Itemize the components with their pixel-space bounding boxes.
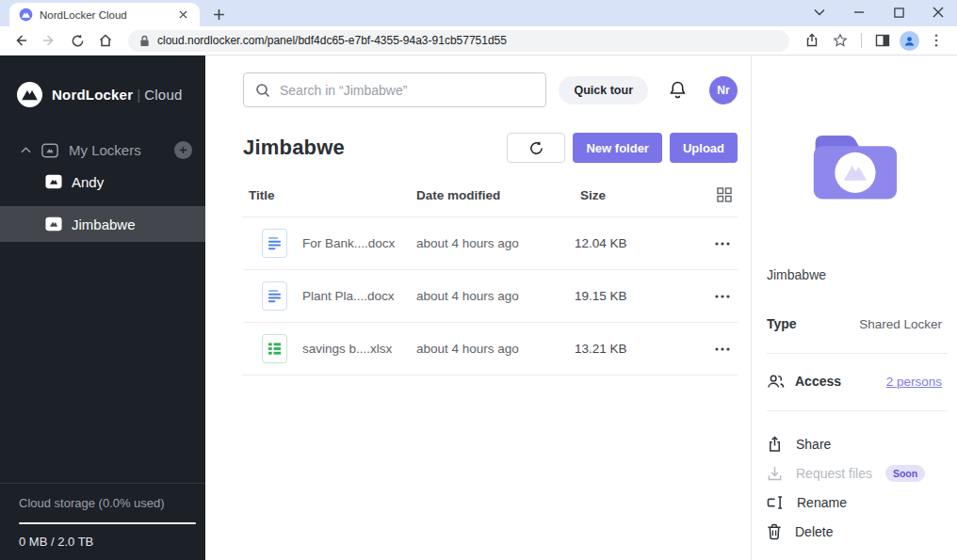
browser-tab[interactable]: NordLocker Cloud [9, 3, 200, 26]
trash-icon [767, 523, 782, 540]
search-input[interactable] [280, 83, 534, 98]
column-size[interactable]: Size [575, 188, 700, 202]
window-maximize-icon[interactable] [889, 3, 908, 22]
actions-list: Share Request files Soon Rename [767, 429, 942, 546]
sidebar-item-jimbabwe[interactable]: Jimbabwe [0, 206, 205, 242]
request-files-icon [767, 465, 783, 482]
column-date-modified[interactable]: Date modified [411, 188, 575, 202]
storage-usage: 0 MB / 2.0 TB [19, 535, 205, 560]
title-row: Jimbabwe New folder Upload [243, 133, 738, 163]
share-icon[interactable] [801, 29, 823, 52]
notifications-bell-icon[interactable] [669, 80, 687, 100]
locker-name: Jimbabwe [72, 216, 136, 232]
cloud-storage-section: Cloud storage (0.0% used) 0 MB / 2.0 TB [0, 483, 205, 560]
table-row[interactable]: Plant Pla....docx about 4 hours ago 19.1… [243, 270, 738, 323]
new-folder-button[interactable]: New folder [573, 133, 661, 163]
rename-action[interactable]: Rename [767, 488, 942, 517]
delete-action[interactable]: Delete [767, 517, 942, 546]
column-title[interactable]: Title [243, 188, 411, 202]
url-bar[interactable]: cloud.nordlocker.com/panel/bdf4dc65-e7bf… [128, 30, 789, 52]
locker-name-label: Jimbabwe [767, 267, 942, 282]
sidebar: NordLocker|Cloud My Lockers Andy [0, 56, 205, 560]
locker-icon [45, 216, 62, 232]
storage-label: Cloud storage (0.0% used) [19, 496, 205, 510]
delete-label: Delete [795, 524, 833, 539]
browser-toolbar: cloud.nordlocker.com/panel/bdf4dc65-e7bf… [0, 26, 957, 56]
divider [767, 410, 948, 411]
chrome-profile-icon[interactable] [900, 31, 919, 51]
file-size: 12.04 KB [575, 236, 700, 250]
page-title: Jimbabwe [243, 136, 499, 160]
grid-view-icon[interactable] [700, 187, 738, 202]
tab-title: NordLocker Cloud [40, 9, 169, 21]
share-label: Share [796, 437, 831, 452]
chrome-menu-icon[interactable] [925, 29, 948, 52]
browser-tabstrip: NordLocker Cloud [0, 0, 957, 26]
divider [767, 353, 948, 354]
access-persons-link[interactable]: 2 persons [886, 375, 942, 389]
quick-tour-button[interactable]: Quick tour [559, 76, 648, 104]
tab-close-icon[interactable] [175, 8, 190, 23]
file-date: about 4 hours ago [411, 236, 575, 250]
type-row: Type Shared Locker [767, 316, 942, 331]
row-menu-icon[interactable] [700, 242, 738, 246]
my-lockers-section[interactable]: My Lockers [21, 141, 192, 159]
bookmark-star-icon[interactable] [829, 29, 852, 52]
docx-file-icon [262, 229, 287, 258]
request-files-action: Request files Soon [767, 458, 942, 488]
locker-icon [45, 174, 62, 189]
home-icon[interactable] [94, 29, 117, 52]
locker-name: Andy [72, 174, 104, 190]
row-menu-icon[interactable] [700, 295, 738, 298]
table-header: Title Date modified Size [243, 187, 738, 217]
window-minimize-icon[interactable] [850, 3, 868, 22]
main-header: Quick tour Nr [243, 72, 738, 107]
share-action-icon [767, 436, 783, 453]
details-panel: Jimbabwe Type Shared Locker Access 2 per… [751, 56, 957, 560]
add-locker-button[interactable] [174, 141, 192, 159]
share-action[interactable]: Share [767, 429, 942, 458]
nordlocker-logo-icon [17, 82, 42, 107]
sidebar-item-andy[interactable]: Andy [0, 165, 205, 199]
rename-label: Rename [797, 495, 847, 510]
nordlocker-favicon-icon [19, 8, 33, 22]
search-box[interactable] [243, 72, 546, 107]
rename-icon [767, 495, 784, 510]
brand-text: NordLocker|Cloud [52, 87, 183, 103]
file-name: For Bank....docx [302, 236, 395, 250]
docx-file-icon [262, 281, 287, 311]
browser-window: NordLocker Cloud [0, 0, 957, 560]
file-name: savings b....xlsx [302, 342, 392, 356]
type-label: Type [767, 316, 797, 331]
lock-icon [139, 35, 150, 47]
reload-icon[interactable] [66, 29, 89, 52]
toolbar-divider [861, 33, 862, 48]
table-row[interactable]: For Bank....docx about 4 hours ago 12.04… [243, 217, 738, 270]
xlsx-file-icon [262, 334, 287, 363]
people-icon [767, 374, 785, 389]
file-name: Plant Pla....docx [302, 289, 395, 303]
my-lockers-label: My Lockers [69, 142, 164, 158]
main-content: Quick tour Nr Jimbabwe New folder Upload… [205, 56, 751, 560]
window-controls [810, 3, 948, 22]
user-avatar[interactable]: Nr [709, 76, 738, 104]
back-icon[interactable] [9, 29, 32, 52]
table-row[interactable]: savings b....xlsx about 4 hours ago 13.2… [243, 323, 738, 376]
side-panel-icon[interactable] [871, 29, 894, 52]
row-menu-icon[interactable] [700, 347, 738, 351]
request-files-label: Request files [796, 466, 872, 481]
new-tab-button[interactable] [207, 3, 230, 25]
window-chevron-icon[interactable] [810, 3, 829, 22]
chevron-up-icon[interactable] [21, 147, 31, 153]
refresh-button[interactable] [507, 133, 565, 163]
locker-folder-icon [752, 120, 957, 208]
type-value: Shared Locker [859, 317, 942, 331]
upload-button[interactable]: Upload [670, 133, 738, 163]
soon-badge: Soon [885, 465, 925, 482]
url-text: cloud.nordlocker.com/panel/bdf4dc65-e7bf… [157, 34, 507, 47]
window-close-icon[interactable] [929, 3, 948, 22]
file-date: about 4 hours ago [411, 342, 575, 356]
file-size: 13.21 KB [575, 342, 700, 356]
file-date: about 4 hours ago [411, 289, 575, 303]
forward-icon[interactable] [38, 29, 60, 52]
